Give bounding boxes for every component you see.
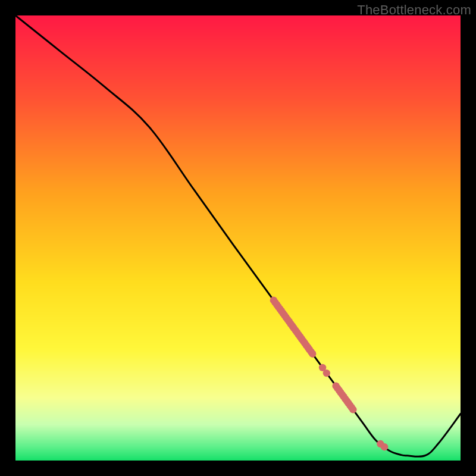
watermark-text: TheBottleneck.com [357, 2, 471, 18]
curve-layer [15, 15, 461, 461]
highlight-dot [349, 406, 356, 413]
chart-frame: TheBottleneck.com [0, 0, 476, 476]
plot-area [15, 15, 461, 461]
highlight-dot [309, 350, 316, 358]
highlight-dot [381, 443, 388, 450]
highlight-dot [323, 369, 330, 377]
bottleneck-curve [15, 15, 461, 456]
